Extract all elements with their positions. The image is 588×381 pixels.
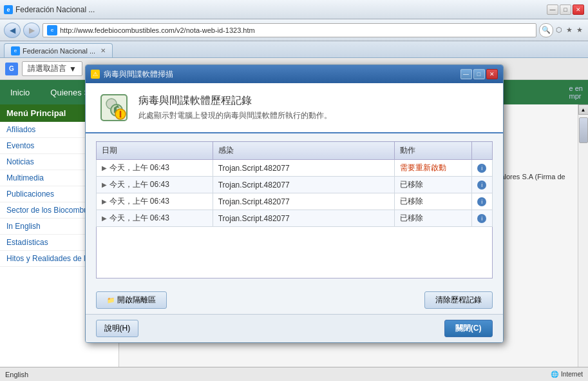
zone-icon: 🌐 <box>551 371 558 378</box>
cell-date-2: ▶今天，上午 06:43 <box>96 177 213 193</box>
dialog-header-text: 病毒與間諜軟體歷程記錄 此處顯示對電腦上發現的病毒與間諜軟體所執行的動作。 <box>138 94 332 121</box>
nav-tools: 🔍 ⬡ ★ ★ <box>539 23 584 37</box>
col-date: 日期 <box>96 142 213 160</box>
svg-point-4 <box>119 116 121 118</box>
cell-action-3: 已移除 <box>394 193 472 210</box>
cell-date-4: ▶今天，上午 06:43 <box>96 210 213 227</box>
browser-maximize-button[interactable]: □ <box>560 5 571 15</box>
dialog-close-button[interactable]: ✕ <box>486 69 498 79</box>
dialog-title-bar: ⚠ 病毒與間諜軟體掃描 — □ ✕ <box>86 65 503 83</box>
browser-nav-bar: ◀ ▶ e http://www.fedebiocombustibles.com… <box>0 19 588 41</box>
quarantine-icon: 📁 <box>107 297 115 304</box>
cell-info-4: i <box>472 210 492 227</box>
info-icon-3[interactable]: i <box>477 197 486 206</box>
dialog-title-icon: ⚠ <box>91 70 100 79</box>
browser-window: e Federación Nacional ... — □ ✕ ◀ ▶ e ht… <box>0 0 588 381</box>
dialog-footer: 📁 開啟隔離區 清除歷程記錄 <box>86 286 503 314</box>
dialog-header: 病毒與間諜軟體歷程記錄 此處顯示對電腦上發現的病毒與間諜軟體所執行的動作。 <box>86 83 503 133</box>
browser-content: G 請選取語言 ▼ Inicio Quienes So e enmpr <box>0 58 588 367</box>
tab-close-icon[interactable]: ✕ <box>100 47 106 54</box>
search-button[interactable]: 🔍 <box>539 23 553 37</box>
open-quarantine-button[interactable]: 📁 開啟隔離區 <box>96 291 167 309</box>
address-bar[interactable]: e http://www.fedebiocombustibles.com/v2/… <box>43 23 536 37</box>
browser-minimize-button[interactable]: — <box>547 5 558 15</box>
info-icon-2[interactable]: i <box>477 181 486 190</box>
cell-action-1: 需要重新啟動 <box>394 160 472 177</box>
zone-text: Internet <box>561 371 583 378</box>
table-row: ▶今天，上午 06:43 Trojan.Script.482077 已移除 i <box>96 193 492 210</box>
tab-title: Federación Nacional ... <box>23 47 95 55</box>
close-dialog-button[interactable]: 關閉(C) <box>444 320 493 337</box>
cell-info-2: i <box>472 177 492 193</box>
av-header-icon <box>99 92 129 123</box>
col-info <box>472 142 492 160</box>
dialog-minimize-button[interactable]: — <box>460 69 472 79</box>
dialog-header-subtitle: 此處顯示對電腦上發現的病毒與間諜軟體所執行的動作。 <box>138 110 332 121</box>
cell-infection-3: Trojan.Script.482077 <box>213 193 394 210</box>
security-bar: 🌐 Internet <box>551 371 583 378</box>
cell-info-1: i <box>472 160 492 177</box>
cell-infection-4: Trojan.Script.482077 <box>213 210 394 227</box>
col-action: 動作 <box>394 142 472 160</box>
info-icon-4[interactable]: i <box>477 214 486 223</box>
cell-infection-2: Trojan.Script.482077 <box>213 177 394 193</box>
help-button[interactable]: 說明(H) <box>96 320 139 337</box>
title-controls: — □ ✕ <box>547 5 584 15</box>
dialog-header-title: 病毒與間諜軟體歷程記錄 <box>138 94 332 108</box>
info-icon-1[interactable]: i <box>477 164 486 173</box>
cell-date-1: ▶今天，上午 06:43 <box>96 160 213 177</box>
infection-table: 日期 感染 動作 ▶今天，上午 06:43 Trojan.Script.4820… <box>96 141 493 227</box>
clear-history-button[interactable]: 清除歷程記錄 <box>424 291 493 309</box>
tab-bar: e Federación Nacional ... ✕ <box>0 41 588 58</box>
url-text: http://www.fedebiocombustibles.com/v2/no… <box>60 26 255 34</box>
dialog-title-text: 病毒與間諜軟體掃描 <box>104 69 173 80</box>
browser-close-button[interactable]: ✕ <box>573 5 584 15</box>
table-row: ▶今天，上午 06:43 Trojan.Script.482077 已移除 i <box>96 210 492 227</box>
title-bar-left: e Federación Nacional ... <box>4 5 95 14</box>
table-row: ▶今天，上午 06:43 Trojan.Script.482077 已移除 i <box>96 177 492 193</box>
dialog-title-buttons: — □ ✕ <box>460 69 498 79</box>
cell-infection-1: Trojan.Script.482077 <box>213 160 394 177</box>
cell-action-4: 已移除 <box>394 210 472 227</box>
col-infection: 感染 <box>213 142 394 160</box>
status-bar: English 🌐 Internet <box>0 367 588 381</box>
dialog-maximize-button[interactable]: □ <box>473 69 485 79</box>
cell-info-3: i <box>472 193 492 210</box>
cell-date-3: ▶今天，上午 06:43 <box>96 193 213 210</box>
tab-fedebiocombustibles[interactable]: e Federación Nacional ... ✕ <box>4 43 113 57</box>
dialog-title-left: ⚠ 病毒與間諜軟體掃描 <box>91 69 173 80</box>
forward-button[interactable]: ▶ <box>23 23 40 38</box>
status-english: English <box>5 371 28 378</box>
back-button[interactable]: ◀ <box>4 23 21 38</box>
dialog-body: 日期 感染 動作 ▶今天，上午 06:43 Trojan.Script.4820… <box>86 133 503 286</box>
browser-title: Federación Nacional ... <box>15 5 95 14</box>
ie-icon: e <box>4 5 13 14</box>
dialog-bottom: 說明(H) 關閉(C) <box>86 314 503 342</box>
table-row: ▶今天，上午 06:43 Trojan.Script.482077 需要重新啟動… <box>96 160 492 177</box>
cell-action-2: 已移除 <box>394 177 472 193</box>
browser-title-bar: e Federación Nacional ... — □ ✕ <box>0 0 588 19</box>
page-icon: e <box>47 25 57 35</box>
antivirus-dialog: ⚠ 病毒與間諜軟體掃描 — □ ✕ <box>85 64 504 343</box>
table-empty-area <box>96 227 493 278</box>
dialog-overlay: ⚠ 病毒與間諜軟體掃描 — □ ✕ <box>0 58 588 367</box>
tab-favicon: e <box>11 46 20 55</box>
